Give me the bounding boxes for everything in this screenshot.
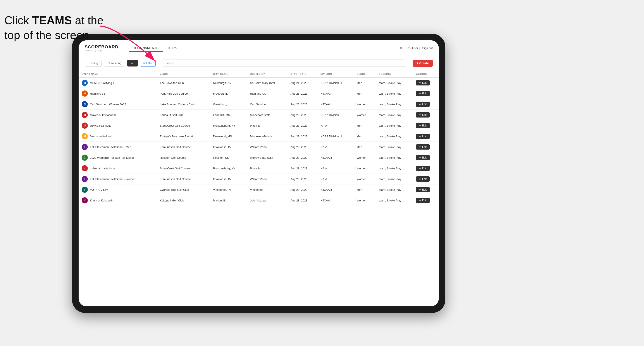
cell-venue: Hesston Golf Course: [157, 152, 210, 163]
cell-gender: Men: [354, 78, 376, 88]
edit-label: Edit: [422, 135, 427, 138]
event-name-text: Carl Sandburg Women FA23: [90, 103, 126, 106]
create-button[interactable]: + Create: [412, 60, 433, 67]
cell-event-name: M Morris Invitational: [78, 131, 157, 142]
search-input[interactable]: [162, 59, 406, 67]
cell-gender: Men: [354, 142, 376, 152]
event-name-text: upike fall invitational: [90, 167, 115, 170]
col-start-date: START DATE: [288, 70, 318, 78]
event-name-text: Fall Statesmen Invitational - Men: [90, 146, 131, 149]
search-box: [162, 59, 406, 67]
cell-event-name: M Maverick Invitational: [78, 110, 157, 120]
cell-event-name: V VU PREVIEW: [78, 184, 157, 195]
col-gender: GENDER: [354, 70, 376, 78]
cell-event-name: 2 2023 Women's Hesston Fall Kickoff: [78, 152, 157, 163]
cell-gender: Men: [354, 184, 376, 195]
cell-actions: ✏ Edit: [413, 78, 439, 88]
edit-button[interactable]: ✏ Edit: [416, 123, 430, 128]
edit-button[interactable]: ✏ Edit: [416, 155, 430, 160]
cell-scoring: team, Stroke Play: [376, 120, 413, 131]
event-name-text: 2023 Women's Hesston Fall Kickoff: [90, 156, 134, 159]
cell-start-date: Aug 28, 2023: [288, 195, 318, 206]
event-name-cell: K Klash at Kokopelli: [82, 197, 154, 203]
team-logo: M: [82, 133, 88, 139]
cell-event-name: K Klash at Kokopelli: [78, 195, 157, 206]
team-logo: V: [82, 187, 88, 193]
cell-division: NCAA Division III: [318, 78, 354, 88]
edit-label: Edit: [422, 156, 427, 159]
event-name-cell: V VU PREVIEW: [82, 187, 154, 193]
cell-venue: Ruttger's Bay Lake Resort: [157, 131, 210, 142]
event-name-cell: M Maverick Invitational: [82, 112, 154, 118]
cell-scoring: team, Stroke Play: [376, 163, 413, 174]
cell-hosted-by: William Penn: [247, 174, 287, 184]
cell-city: Newburgh, NY: [210, 78, 247, 88]
cell-city: Vincennes, IN: [210, 184, 247, 195]
team-logo: M: [82, 80, 88, 86]
edit-button[interactable]: ✏ Edit: [416, 91, 430, 96]
cell-scoring: team, Stroke Play: [376, 88, 413, 99]
cell-division: NJCAA II: [318, 184, 354, 195]
cell-city: Hesston, KS: [210, 152, 247, 163]
cell-gender: Men: [354, 120, 376, 131]
cell-city: Prestonsburg, KY: [210, 163, 247, 174]
table-row: u upike fall invitational StoneCrest Gol…: [78, 163, 439, 174]
edit-button[interactable]: ✏ Edit: [416, 102, 430, 107]
edit-icon: ✏: [419, 124, 421, 127]
cell-start-date: Aug 28, 2023: [288, 163, 318, 174]
edit-icon: ✏: [419, 178, 421, 180]
col-city-state: CITY, STATE: [210, 70, 247, 78]
cell-hosted-by: Mt. Saint Mary (NY): [247, 78, 287, 88]
table-row: F Fall Statesmen Invitational - Women Ed…: [78, 174, 439, 184]
table-row: U UPIKE Fall Invite StoneCrest Golf Cour…: [78, 120, 439, 131]
gear-icon[interactable]: ⚙: [399, 46, 404, 51]
edit-button[interactable]: ✏ Edit: [416, 187, 430, 192]
cell-gender: Women: [354, 99, 376, 110]
edit-button[interactable]: ✏ Edit: [416, 134, 430, 139]
edit-icon: ✏: [419, 92, 421, 95]
tablet-screen: SCOREBOARD Powered by clippit TOURNAMENT…: [78, 40, 439, 306]
team-logo: F: [82, 144, 88, 150]
table-row: 2 2023 Women's Hesston Fall Kickoff Hess…: [78, 152, 439, 163]
edit-label: Edit: [422, 167, 427, 170]
event-name-text: UPIKE Fall Invite: [90, 124, 111, 127]
cell-gender: Women: [354, 195, 376, 206]
event-name-text: Morris Invitational: [90, 135, 112, 138]
table-row: F Fall Statesmen Invitational - Men Edmu…: [78, 142, 439, 152]
cell-actions: ✏ Edit: [413, 120, 439, 131]
edit-label: Edit: [422, 113, 427, 116]
edit-button[interactable]: ✏ Edit: [416, 80, 430, 85]
cell-venue: Kokopelli Golf Club: [157, 195, 210, 206]
cell-scoring: team, Stroke Play: [376, 184, 413, 195]
cell-event-name: M MSMC Qualifying 1: [78, 78, 157, 88]
cell-event-name: C Carl Sandburg Women FA23: [78, 99, 157, 110]
table-row: M Morris Invitational Ruttger's Bay Lake…: [78, 131, 439, 142]
cell-start-date: Aug 28, 2023: [288, 131, 318, 142]
event-name-text: Highland 36: [90, 92, 105, 95]
cell-scoring: team, Stroke Play: [376, 131, 413, 142]
cell-city: Prestonsburg, KY: [210, 120, 247, 131]
edit-icon: ✏: [419, 114, 421, 116]
tablet-frame: SCOREBOARD Powered by clippit TOURNAMENT…: [72, 34, 445, 313]
user-name: Test User |: [406, 46, 420, 50]
edit-button[interactable]: ✏ Edit: [416, 112, 430, 118]
edit-button[interactable]: ✏ Edit: [416, 198, 430, 203]
event-name-cell: C Carl Sandburg Women FA23: [82, 101, 154, 107]
edit-button[interactable]: ✏ Edit: [416, 176, 430, 181]
team-logo: 2: [82, 155, 88, 161]
cell-venue: Edmundson Golf Course: [157, 142, 210, 152]
edit-icon: ✏: [419, 135, 421, 138]
edit-button[interactable]: ✏ Edit: [416, 166, 430, 171]
event-name-cell: U UPIKE Fall Invite: [82, 123, 154, 129]
sign-out-link[interactable]: Sign out: [422, 46, 433, 50]
cell-actions: ✏ Edit: [413, 195, 439, 206]
cell-event-name: F Fall Statesmen Invitational - Men: [78, 142, 157, 152]
cell-city: Faribault, MN: [210, 110, 247, 120]
nav-teams[interactable]: TEAMS: [163, 44, 183, 52]
cell-gender: Men: [354, 131, 376, 142]
edit-label: Edit: [422, 199, 427, 202]
edit-label: Edit: [422, 177, 427, 180]
cell-actions: ✏ Edit: [413, 152, 439, 163]
edit-button[interactable]: ✏ Edit: [416, 144, 430, 150]
team-logo: U: [82, 123, 88, 129]
